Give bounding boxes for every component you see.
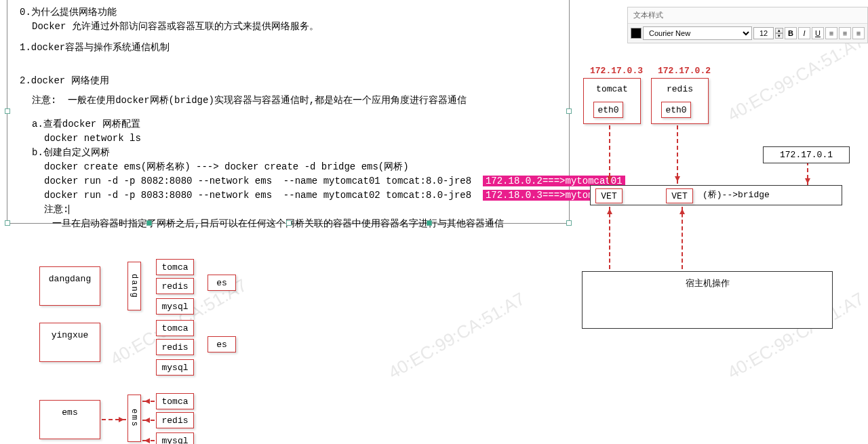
resize-handle[interactable] (566, 108, 572, 114)
box-ems-vertical: ems (127, 395, 141, 442)
eth0-box-2: eth0 (661, 102, 691, 118)
size-stepper[interactable]: ▴▾ (775, 28, 783, 39)
resize-handle[interactable] (146, 220, 152, 226)
bridge-box: (桥)-->bridge (590, 185, 842, 205)
resize-handle[interactable] (5, 108, 10, 114)
host-box: 宿主机操作 (582, 271, 833, 329)
box-yingxue: yingxue (39, 323, 100, 362)
text-editor-canvas[interactable]: 0.为什么提供网络功能 Docker 允许通过外部访问容器或容器互联的方式来提供… (7, 0, 570, 224)
vet-box-2: VET (666, 188, 693, 203)
arrow-up-icon (682, 207, 683, 269)
run-cmd-1: docker run -d -p 8082:8080 --network ems… (20, 174, 557, 188)
run-cmd-2: docker run -d -p 8083:8080 --network ems… (20, 188, 557, 203)
bold-button[interactable]: B (785, 27, 797, 39)
resize-handle[interactable] (286, 220, 292, 226)
section-a-cmd: docker network ls (20, 132, 557, 146)
arrow-left-icon (142, 420, 155, 421)
box-tomca-1: tomca (156, 259, 194, 275)
resize-handle[interactable] (5, 220, 10, 226)
note-1: 注意: 一般在使用docker网桥(bridge)实现容器与容器通信时,都是站在… (20, 94, 557, 108)
ip-label-1: 172.17.0.3 (590, 66, 643, 76)
align-center-button[interactable]: ≡ (839, 27, 851, 39)
toolbar-title: 文本样式 (628, 7, 867, 24)
color-swatch[interactable] (631, 28, 642, 39)
box-tomca-2: tomca (156, 320, 194, 336)
heading-2: 2.docker 网络使用 (20, 74, 557, 88)
arrow-left-icon (142, 401, 155, 402)
resize-handle[interactable] (427, 220, 432, 226)
underline-button[interactable]: U (812, 27, 824, 39)
section-b-title: b.创建自定义网桥 (20, 146, 557, 160)
section-b-cmd: docker create ems(网桥名称) ---> docker crea… (20, 160, 557, 174)
box-redis-1: redis (156, 278, 194, 294)
align-right-button[interactable]: ≡ (852, 27, 865, 39)
arrow-down-icon (609, 125, 610, 184)
arrow-up-icon (609, 207, 610, 269)
arrow-down-icon (807, 161, 808, 186)
box-mysql-2: mysql (156, 359, 194, 376)
paragraph-0: Docker 允许通过外部访问容器或容器互联的方式来提供网络服务。 (20, 20, 557, 34)
box-es-1: es (208, 275, 236, 291)
section-a-title: a.查看docker 网桥配置 (20, 117, 557, 132)
arrow-left-icon (142, 440, 155, 441)
note-2: 注意: (20, 203, 557, 217)
text-style-toolbar: 文本样式 Courier New ▴▾ B I U ≡ ≡ ≡ (627, 7, 868, 43)
box-redis-3: redis (156, 412, 194, 428)
arrow-down-icon (677, 125, 678, 184)
ip-label-2: 172.17.0.2 (658, 66, 711, 76)
box-es-2: es (208, 336, 236, 352)
resize-handle[interactable] (566, 220, 572, 226)
box-dang-vertical: dang (127, 262, 141, 310)
text-cursor (68, 205, 69, 214)
box-mysql-1: mysql (156, 298, 194, 315)
box-redis-2: redis (156, 339, 194, 355)
box-tomca-3: tomca (156, 393, 194, 409)
box-ems: ems (39, 400, 100, 439)
align-left-button[interactable]: ≡ (825, 27, 837, 39)
font-select[interactable]: Courier New (643, 26, 752, 40)
gateway-ip-box: 172.17.0.1 (763, 146, 850, 163)
font-size-input[interactable] (753, 27, 774, 39)
vet-box-1: VET (595, 188, 623, 203)
heading-0: 0.为什么提供网络功能 (20, 5, 557, 20)
arrow-right-icon (102, 419, 126, 420)
eth0-box-1: eth0 (593, 102, 623, 118)
box-mysql-3: mysql (156, 432, 194, 444)
italic-button[interactable]: I (798, 27, 810, 39)
box-dangdang: dangdang (39, 266, 100, 306)
heading-1: 1.docker容器与操作系统通信机制 (20, 41, 557, 55)
